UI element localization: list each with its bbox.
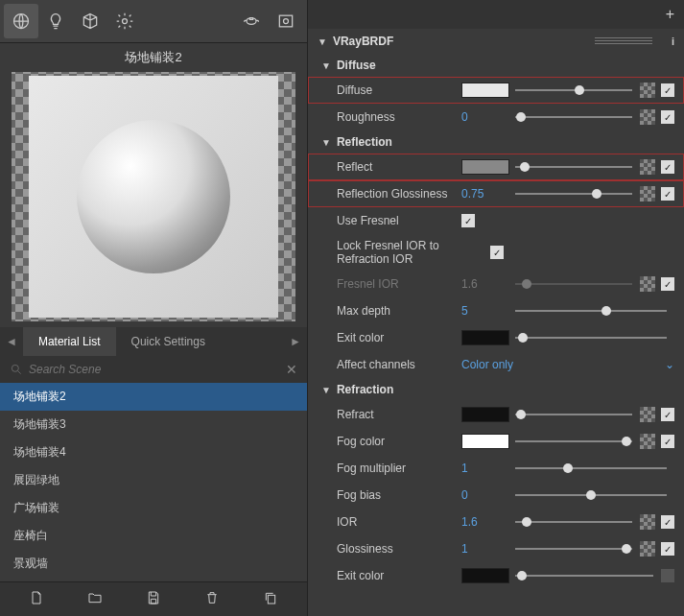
slider[interactable] (515, 541, 632, 557)
slider[interactable] (515, 330, 667, 345)
section-vraybrdf[interactable]: ▼ VRayBRDF i (308, 29, 684, 54)
checkbox[interactable]: ✓ (490, 246, 504, 259)
section-diffuse[interactable]: ▼ Diffuse (308, 54, 684, 77)
slider[interactable] (515, 461, 667, 476)
slider[interactable] (515, 109, 632, 125)
prop-reflection-glossiness: Reflection Glossiness 0.75 ✓ (308, 180, 684, 207)
map-button[interactable] (640, 407, 655, 422)
list-item[interactable]: 展园绿地 (0, 466, 307, 494)
main-toolbar (0, 0, 307, 43)
section-reflection[interactable]: ▼ Reflection (308, 130, 684, 154)
checkbox[interactable]: ✓ (661, 515, 674, 529)
slider[interactable] (515, 407, 632, 422)
save-icon[interactable] (146, 590, 161, 608)
map-button[interactable] (640, 159, 655, 175)
tabs-bar: ◄ Material List Quick Settings ► (0, 327, 307, 356)
tab-prev-icon[interactable]: ◄ (0, 327, 23, 356)
tab-material-list[interactable]: Material List (23, 327, 116, 356)
list-item[interactable]: 场地铺装3 (0, 411, 307, 438)
prop-use-fresnel: Use Fresnel ✓ (308, 207, 684, 234)
panel-header: + (308, 0, 684, 29)
slider[interactable] (515, 159, 632, 175)
checkbox[interactable]: ✓ (661, 83, 674, 97)
color-swatch[interactable] (461, 434, 509, 449)
prop-fog-color: Fog color ✓ (308, 428, 684, 455)
checkbox[interactable]: ✓ (661, 435, 674, 448)
slider[interactable] (515, 514, 632, 530)
color-swatch[interactable] (461, 568, 509, 583)
preview-title: 场地铺装2 (0, 43, 307, 72)
slider[interactable] (515, 186, 632, 201)
color-swatch[interactable] (461, 159, 509, 175)
prop-exit-color: Exit color (308, 324, 684, 351)
list-item[interactable]: 场地铺装2 (0, 383, 307, 411)
svg-point-4 (12, 365, 18, 371)
checkbox[interactable]: ✓ (661, 408, 674, 421)
color-swatch[interactable] (461, 330, 509, 345)
checkbox[interactable]: ✓ (661, 160, 674, 174)
slider[interactable] (515, 434, 632, 449)
prop-ior: IOR 1.6 ✓ (308, 509, 684, 535)
map-button[interactable] (640, 109, 655, 125)
prop-fog-multiplier: Fog multiplier 1 (308, 455, 684, 482)
map-button[interactable] (640, 434, 655, 449)
prop-fog-bias: Fog bias 0 (308, 482, 684, 509)
caret-down-icon: ▼ (318, 36, 327, 47)
prop-reflect: Reflect ✓ (308, 154, 684, 180)
slider[interactable] (515, 487, 667, 503)
map-button[interactable] (640, 276, 655, 292)
bulb-icon[interactable] (38, 4, 73, 38)
prop-affect-channels: Affect channels Color only ⌄ (308, 351, 684, 378)
prop-exit-color-refr: Exit color (308, 562, 684, 589)
color-swatch[interactable] (461, 407, 509, 422)
list-item[interactable]: 广场铺装 (0, 494, 307, 522)
list-item[interactable]: 景观墙 (0, 550, 307, 578)
checkbox[interactable]: ✓ (661, 110, 674, 124)
copy-icon[interactable] (263, 590, 278, 608)
slider[interactable] (515, 568, 653, 583)
prop-fresnel-ior: Fresnel IOR 1.6 ✓ (308, 271, 684, 297)
search-input[interactable] (29, 363, 286, 376)
checkbox[interactable]: ✓ (461, 214, 475, 227)
gear-icon[interactable] (107, 4, 142, 38)
trash-icon[interactable] (204, 590, 220, 608)
cube-icon[interactable] (73, 4, 107, 38)
map-button[interactable] (640, 541, 655, 557)
material-list: 场地铺装2 场地铺装3 场地铺装4 展园绿地 广场铺装 座椅白 景观墙 木板 木… (0, 383, 307, 581)
new-file-icon[interactable] (29, 590, 44, 608)
slider[interactable] (515, 83, 632, 98)
caret-down-icon: ▼ (321, 137, 331, 148)
dropdown[interactable]: Color only ⌄ (461, 358, 674, 371)
search-row: ✕ (0, 356, 307, 383)
drag-handle-icon[interactable] (595, 37, 652, 45)
checkbox[interactable]: ✓ (661, 542, 674, 556)
clear-search-icon[interactable]: ✕ (286, 362, 297, 377)
bottom-toolbar (0, 581, 307, 616)
globe-icon[interactable] (4, 4, 38, 38)
render-icon[interactable] (269, 4, 303, 38)
list-item[interactable]: 场地铺装4 (0, 438, 307, 466)
svg-point-3 (284, 19, 289, 24)
checkbox[interactable]: ✓ (661, 277, 674, 291)
color-swatch[interactable] (461, 83, 509, 98)
checkbox[interactable]: ✓ (661, 187, 674, 201)
map-button[interactable] (640, 83, 655, 98)
prop-refract: Refract ✓ (308, 401, 684, 428)
prop-diffuse: Diffuse ✓ (308, 77, 684, 104)
tab-quick-settings[interactable]: Quick Settings (116, 327, 221, 356)
open-folder-icon[interactable] (87, 590, 103, 608)
add-icon[interactable]: + (666, 6, 674, 23)
tab-next-icon[interactable]: ► (284, 327, 307, 356)
slider[interactable] (515, 303, 667, 319)
map-button[interactable] (640, 514, 655, 530)
svg-rect-2 (279, 15, 292, 27)
search-icon (10, 363, 23, 376)
section-refraction[interactable]: ▼ Refraction (308, 378, 684, 401)
teapot-icon[interactable] (234, 4, 269, 38)
map-button[interactable] (640, 186, 655, 201)
caret-down-icon: ▼ (321, 60, 331, 71)
caret-down-icon: ▼ (321, 385, 331, 395)
info-icon[interactable]: i (672, 36, 674, 47)
checkbox[interactable] (661, 569, 674, 582)
list-item[interactable]: 座椅白 (0, 522, 307, 550)
